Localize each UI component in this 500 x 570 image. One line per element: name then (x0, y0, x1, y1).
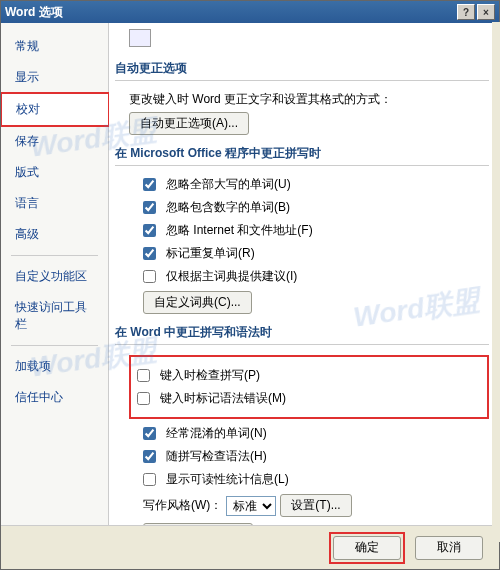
writing-style-select[interactable]: 标准 (226, 496, 276, 516)
word-options-dialog: Word 选项 ? × 常规 显示 校对 保存 版式 语言 高级 自定义功能区 … (0, 0, 500, 570)
word-options: 键入时检查拼写(P) 键入时标记语法错误(M) 经常混淆的单词(N) 随拼写检查… (129, 355, 489, 525)
office-options: 忽略全部大写的单词(U) 忽略包含数字的单词(B) 忽略 Internet 和文… (129, 176, 489, 314)
sidebar-item-advanced[interactable]: 高级 (1, 219, 108, 250)
section-office-title: 在 Microsoft Office 程序中更正拼写时 (115, 145, 489, 166)
dialog-footer: 确定 取消 (1, 525, 499, 569)
sidebar-item-general[interactable]: 常规 (1, 31, 108, 62)
sidebar-item-proofing[interactable]: 校对 (1, 93, 109, 126)
label-flag-repeated: 标记重复单词(R) (166, 245, 255, 262)
content-pane: 自动更正选项 更改键入时 Word 更正文字和设置其格式的方式： 自动更正选项(… (109, 23, 499, 525)
checkbox-readability-stats[interactable] (143, 473, 156, 486)
dialog-title: Word 选项 (5, 4, 63, 21)
writing-style-label: 写作风格(W)： (143, 497, 222, 514)
label-grammar-with-spelling: 随拼写检查语法(H) (166, 448, 267, 465)
settings-button[interactable]: 设置(T)... (280, 494, 351, 517)
label-ignore-numbers: 忽略包含数字的单词(B) (166, 199, 290, 216)
ok-button[interactable]: 确定 (333, 536, 401, 560)
checkbox-flag-repeated[interactable] (143, 247, 156, 260)
checkbox-main-dict-only[interactable] (143, 270, 156, 283)
label-ignore-uppercase: 忽略全部大写的单词(U) (166, 176, 291, 193)
checkbox-ignore-internet[interactable] (143, 224, 156, 237)
cancel-button[interactable]: 取消 (415, 536, 483, 560)
label-main-dict-only: 仅根据主词典提供建议(I) (166, 268, 297, 285)
checkbox-check-spelling-typing[interactable] (137, 369, 150, 382)
sidebar-item-customize-ribbon[interactable]: 自定义功能区 (1, 261, 108, 292)
label-ignore-internet: 忽略 Internet 和文件地址(F) (166, 222, 313, 239)
label-check-spelling-typing: 键入时检查拼写(P) (160, 367, 260, 384)
sidebar-separator (11, 345, 98, 346)
titlebar: Word 选项 ? × (1, 1, 499, 23)
section-word-title: 在 Word 中更正拼写和语法时 (115, 324, 489, 345)
label-confused-words: 经常混淆的单词(N) (166, 425, 267, 442)
scrollbar-mask (492, 22, 500, 542)
sidebar-item-display[interactable]: 显示 (1, 62, 108, 93)
abc-icon (129, 29, 151, 47)
checkbox-ignore-uppercase[interactable] (143, 178, 156, 191)
label-readability-stats: 显示可读性统计信息(L) (166, 471, 289, 488)
titlebar-buttons: ? × (457, 4, 495, 20)
sidebar: 常规 显示 校对 保存 版式 语言 高级 自定义功能区 快速访问工具栏 加载项 … (1, 23, 109, 525)
highlighted-spellcheck-options: 键入时检查拼写(P) 键入时标记语法错误(M) (129, 355, 489, 419)
custom-dictionaries-button[interactable]: 自定义词典(C)... (143, 291, 252, 314)
sidebar-item-qat[interactable]: 快速访问工具栏 (1, 292, 108, 340)
checkbox-confused-words[interactable] (143, 427, 156, 440)
sidebar-item-trust[interactable]: 信任中心 (1, 382, 108, 413)
autocorrect-row: 更改键入时 Word 更正文字和设置其格式的方式： 自动更正选项(A)... (129, 91, 489, 135)
dialog-body: 常规 显示 校对 保存 版式 语言 高级 自定义功能区 快速访问工具栏 加载项 … (1, 23, 499, 525)
checkbox-grammar-with-spelling[interactable] (143, 450, 156, 463)
sidebar-separator (11, 255, 98, 256)
section-autocorrect-title: 自动更正选项 (115, 60, 489, 81)
close-icon[interactable]: × (477, 4, 495, 20)
checkbox-mark-grammar-typing[interactable] (137, 392, 150, 405)
autocorrect-options-button[interactable]: 自动更正选项(A)... (129, 112, 249, 135)
sidebar-item-save[interactable]: 保存 (1, 126, 108, 157)
help-icon[interactable]: ? (457, 4, 475, 20)
autocorrect-desc: 更改键入时 Word 更正文字和设置其格式的方式： (129, 91, 392, 108)
label-mark-grammar-typing: 键入时标记语法错误(M) (160, 390, 286, 407)
sidebar-item-language[interactable]: 语言 (1, 188, 108, 219)
sidebar-item-addins[interactable]: 加载项 (1, 351, 108, 382)
checkbox-ignore-numbers[interactable] (143, 201, 156, 214)
sidebar-item-layout[interactable]: 版式 (1, 157, 108, 188)
